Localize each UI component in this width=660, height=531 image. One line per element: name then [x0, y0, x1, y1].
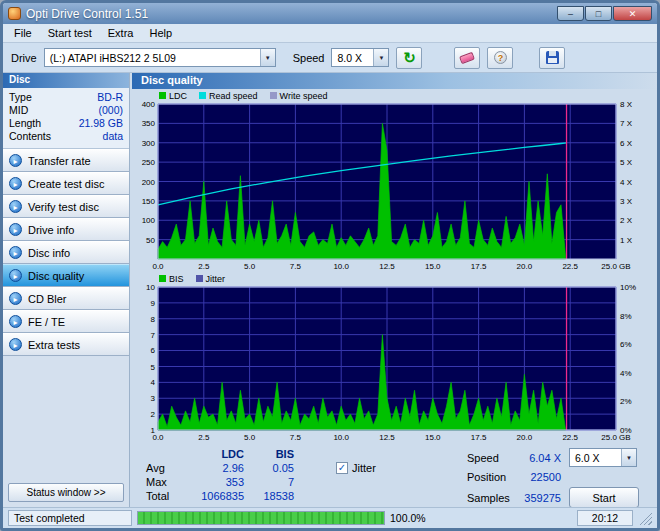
main-panel: Disc quality LDCRead speedWrite speed 40…	[130, 73, 657, 507]
svg-text:12.5: 12.5	[379, 262, 395, 271]
legend-swatch-icon	[159, 275, 166, 282]
legend-label: LDC	[169, 91, 187, 101]
refresh-button[interactable]: ↻	[396, 47, 422, 69]
speed-select[interactable]: 8.0 X ▼	[331, 48, 389, 67]
svg-text:6: 6	[151, 346, 156, 355]
menubar: FileStart testExtraHelp	[3, 24, 657, 43]
chevron-down-icon[interactable]: ▼	[621, 449, 636, 466]
app-icon	[8, 7, 21, 20]
position-stat-value: 22500	[517, 471, 569, 483]
svg-text:150: 150	[142, 197, 156, 206]
sidebar-item-create-test-disc[interactable]: ▸Create test disc	[3, 172, 129, 195]
titlebar[interactable]: Opti Drive Control 1.51 – □ ✕	[3, 3, 657, 24]
disc-info-row: MID(000)	[9, 104, 123, 117]
drive-select[interactable]: (L:) ATAPI iHBS212 2 5L09 ▼	[44, 48, 276, 67]
speed-stat-value: 6.04 X	[517, 452, 569, 464]
legend-label: Write speed	[280, 91, 328, 101]
svg-text:1 X: 1 X	[620, 236, 633, 245]
svg-text:8: 8	[151, 315, 156, 324]
status-window-button[interactable]: Status window >>	[8, 483, 124, 502]
maximize-button[interactable]: □	[585, 6, 612, 21]
close-button[interactable]: ✕	[613, 6, 652, 21]
legend-label: Jitter	[206, 274, 226, 284]
menu-start-test[interactable]: Start test	[40, 25, 100, 41]
chevron-down-icon[interactable]: ▼	[373, 49, 388, 66]
disc-info-panel: TypeBD-RMID(000)Length21.98 GBContentsda…	[3, 88, 129, 149]
disc-info-row: TypeBD-R	[9, 91, 123, 104]
svg-text:8 X: 8 X	[620, 102, 633, 109]
legend-label: Read speed	[209, 91, 258, 101]
svg-text:12.5: 12.5	[379, 433, 395, 442]
svg-text:10.0: 10.0	[333, 433, 349, 442]
save-icon	[546, 51, 559, 64]
menu-extra[interactable]: Extra	[100, 25, 142, 41]
info-value: data	[103, 130, 123, 143]
sidebar-item-label: Transfer rate	[28, 155, 91, 167]
disc-info-row: Length21.98 GB	[9, 117, 123, 130]
svg-text:22.5: 22.5	[562, 262, 578, 271]
status-message: Test completed	[8, 510, 132, 526]
svg-text:3: 3	[151, 394, 156, 403]
sidebar-item-label: FE / TE	[28, 316, 65, 328]
jitter-checkbox-label: Jitter	[352, 462, 376, 474]
svg-text:50: 50	[146, 236, 155, 245]
arrow-orb-icon: ▸	[9, 223, 22, 236]
window-title: Opti Drive Control 1.51	[26, 7, 148, 21]
arrow-orb-icon: ▸	[9, 292, 22, 305]
svg-text:17.5: 17.5	[471, 262, 487, 271]
legend-item-write-speed: Write speed	[270, 91, 328, 101]
disc-question-button[interactable]: ?	[487, 47, 513, 69]
svg-text:4 X: 4 X	[620, 178, 633, 187]
svg-text:2%: 2%	[620, 397, 632, 406]
test-speed-select[interactable]: 6.0 X ▼	[569, 448, 637, 467]
svg-text:300: 300	[142, 139, 156, 148]
legend-swatch-icon	[199, 92, 206, 99]
save-button[interactable]	[539, 47, 565, 69]
max-bis-value: 7	[244, 476, 294, 488]
svg-text:400: 400	[142, 102, 156, 109]
info-label: Length	[9, 117, 41, 130]
resize-grip-icon[interactable]	[638, 511, 652, 525]
sidebar-item-cd-bler[interactable]: ▸CD Bler	[3, 287, 129, 310]
disc-question-icon: ?	[494, 51, 507, 64]
app-window: Opti Drive Control 1.51 – □ ✕ FileStart …	[0, 0, 660, 531]
erase-disc-button[interactable]	[454, 47, 480, 69]
speed-select-value: 8.0 X	[337, 52, 362, 64]
sidebar: Disc TypeBD-RMID(000)Length21.98 GBConte…	[3, 73, 130, 507]
legend-item-jitter: Jitter	[196, 274, 226, 284]
avg-bis-value: 0.05	[244, 462, 294, 474]
svg-text:15.0: 15.0	[425, 262, 441, 271]
menu-help[interactable]: Help	[141, 25, 180, 41]
sidebar-item-verify-test-disc[interactable]: ▸Verify test disc	[3, 195, 129, 218]
avg-row-label: Avg	[146, 462, 180, 474]
chevron-down-icon[interactable]: ▼	[260, 49, 275, 66]
sidebar-item-drive-info[interactable]: ▸Drive info	[3, 218, 129, 241]
svg-text:3 X: 3 X	[620, 197, 633, 206]
sidebar-item-disc-quality[interactable]: ▸Disc quality	[3, 264, 129, 287]
svg-text:10.0: 10.0	[333, 262, 349, 271]
sidebar-item-disc-info[interactable]: ▸Disc info	[3, 241, 129, 264]
svg-text:22.5: 22.5	[562, 433, 578, 442]
svg-text:100: 100	[142, 216, 156, 225]
start-button[interactable]: Start	[569, 487, 639, 508]
jitter-checkbox-group[interactable]: ✓ Jitter	[336, 462, 376, 474]
legend-label: BIS	[169, 274, 184, 284]
stats-table: LDC BIS Avg 2.96 0.05 Max 353 7 Total 10…	[146, 448, 294, 502]
sidebar-item-fe-te[interactable]: ▸FE / TE	[3, 310, 129, 333]
arrow-orb-icon: ▸	[9, 246, 22, 259]
ldc-read-speed-chart: 400350300250200150100508 X7 X6 X5 X4 X3 …	[132, 102, 652, 272]
minimize-button[interactable]: –	[557, 6, 584, 21]
sidebar-item-transfer-rate[interactable]: ▸Transfer rate	[3, 149, 129, 172]
sidebar-item-label: Drive info	[28, 224, 74, 236]
sidebar-item-label: Create test disc	[28, 178, 104, 190]
bis-jitter-chart: 1098765432110%8%6%4%2%0%0.02.55.07.510.0…	[132, 285, 652, 443]
menu-file[interactable]: File	[6, 25, 40, 41]
svg-text:10: 10	[146, 285, 155, 292]
test-speed-select-value: 6.0 X	[575, 452, 600, 464]
svg-text:350: 350	[142, 119, 156, 128]
sidebar-item-extra-tests[interactable]: ▸Extra tests	[3, 333, 129, 356]
drive-select-value: (L:) ATAPI iHBS212 2 5L09	[50, 52, 176, 64]
svg-text:10%: 10%	[620, 285, 636, 292]
info-label: MID	[9, 104, 28, 117]
jitter-checkbox[interactable]: ✓	[336, 462, 348, 474]
